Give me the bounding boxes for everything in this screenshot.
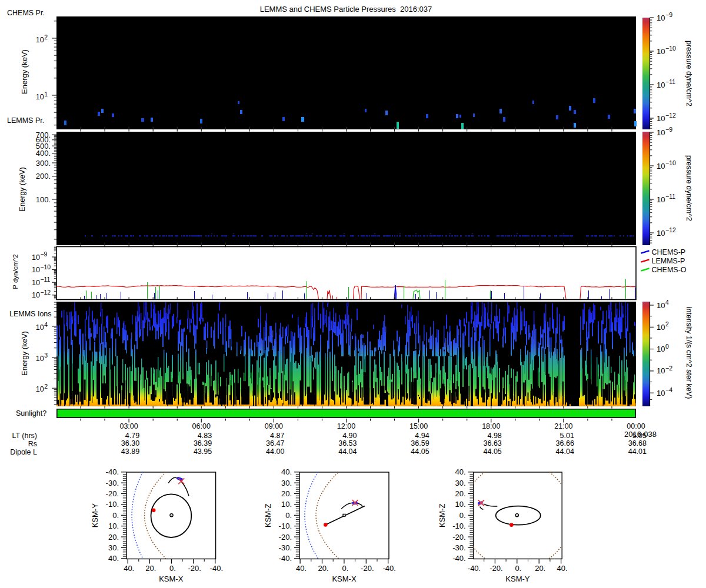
svg-text:12:00: 12:00 — [337, 422, 355, 430]
svg-text:44.04: 44.04 — [338, 447, 357, 456]
svg-text:-20.: -20. — [489, 564, 502, 573]
svg-text:20.: 20. — [318, 564, 328, 573]
svg-text:10: 10 — [36, 93, 44, 101]
svg-text:2: 2 — [44, 383, 48, 390]
svg-text:40.: 40. — [455, 467, 466, 476]
svg-text:10: 10 — [657, 323, 665, 332]
svg-text:10.: 10. — [281, 500, 292, 509]
svg-text:36.47: 36.47 — [266, 439, 284, 447]
svg-text:LEMMS and CHEMS Particle Press: LEMMS and CHEMS Particle Pressures 2016:… — [260, 5, 432, 14]
svg-text:LEMMS Pr.: LEMMS Pr. — [7, 116, 44, 125]
svg-text:1: 1 — [44, 91, 48, 98]
svg-text:10: 10 — [36, 36, 44, 44]
svg-text:44.04: 44.04 — [556, 447, 574, 456]
svg-text:Energy (keV): Energy (keV) — [20, 331, 29, 376]
svg-text:06:00: 06:00 — [192, 422, 211, 430]
svg-text:40.: 40. — [108, 554, 119, 563]
svg-text:−10: −10 — [665, 45, 676, 52]
svg-text:-40.: -40. — [279, 554, 292, 563]
svg-text:10: 10 — [657, 128, 665, 137]
svg-text:10: 10 — [657, 195, 665, 204]
svg-text:CHEMS Pr.: CHEMS Pr. — [7, 9, 45, 17]
svg-text:44.00: 44.00 — [266, 447, 284, 456]
svg-text:10: 10 — [36, 385, 44, 393]
svg-text:09:00: 09:00 — [265, 422, 283, 430]
svg-text:10: 10 — [32, 266, 40, 274]
svg-text:100.: 100. — [36, 195, 51, 204]
svg-text:43.95: 43.95 — [194, 447, 212, 456]
svg-text:5.01: 5.01 — [560, 432, 574, 440]
svg-text:−10: −10 — [40, 263, 51, 270]
svg-text:20.: 20. — [535, 564, 545, 573]
svg-text:-20.: -20. — [279, 533, 292, 542]
svg-text:KSM-Z: KSM-Z — [264, 503, 272, 527]
svg-text:10: 10 — [32, 279, 40, 287]
svg-text:44.01: 44.01 — [628, 447, 647, 456]
svg-text:03:00: 03:00 — [119, 422, 138, 430]
svg-text:20.: 20. — [108, 533, 119, 542]
svg-text:10: 10 — [657, 301, 665, 310]
svg-text:0.: 0. — [169, 564, 176, 573]
svg-text:-30.: -30. — [452, 543, 465, 552]
svg-text:-40.: -40. — [210, 564, 223, 573]
svg-text:intensity 1/(s cm^2 ster keV): intensity 1/(s cm^2 ster keV) — [685, 307, 693, 399]
svg-text:0.: 0. — [459, 511, 466, 520]
svg-text:-40.: -40. — [468, 564, 481, 573]
svg-text:36.63: 36.63 — [484, 439, 502, 447]
svg-text:KSM-Y: KSM-Y — [505, 574, 530, 583]
svg-text:10: 10 — [657, 389, 665, 397]
svg-text:400.: 400. — [36, 149, 51, 158]
svg-text:0.: 0. — [515, 564, 521, 573]
svg-text:15:00: 15:00 — [409, 422, 428, 430]
svg-text:LEMMS Ions: LEMMS Ions — [9, 310, 52, 318]
svg-text:200.: 200. — [36, 172, 51, 181]
svg-text:10: 10 — [32, 291, 40, 299]
svg-text:2: 2 — [44, 34, 48, 41]
svg-text:10: 10 — [657, 162, 665, 171]
svg-text:-30.: -30. — [279, 543, 292, 552]
svg-text:0.: 0. — [342, 564, 348, 573]
svg-text:3: 3 — [44, 352, 48, 359]
svg-text:21:00: 21:00 — [554, 422, 572, 430]
svg-text:10: 10 — [657, 81, 665, 89]
svg-text:4.83: 4.83 — [198, 432, 212, 440]
svg-text:-20.: -20. — [106, 489, 119, 498]
svg-text:4.90: 4.90 — [342, 432, 357, 440]
svg-text:4.87: 4.87 — [270, 432, 284, 440]
svg-text:4.79: 4.79 — [125, 432, 139, 440]
svg-text:2016-038: 2016-038 — [624, 430, 657, 439]
svg-text:−12: −12 — [665, 226, 676, 233]
svg-text:36.53: 36.53 — [338, 439, 357, 447]
svg-text:KSM-X: KSM-X — [332, 574, 357, 583]
svg-text:36.30: 36.30 — [121, 439, 139, 447]
svg-text:LT (hrs): LT (hrs) — [12, 432, 37, 440]
svg-text:-30.: -30. — [106, 479, 119, 487]
svg-text:−12: −12 — [40, 289, 51, 296]
svg-text:10: 10 — [32, 253, 40, 262]
svg-text:−2: −2 — [665, 365, 672, 372]
svg-text:40.: 40. — [296, 564, 307, 573]
svg-text:30.: 30. — [281, 479, 292, 487]
svg-text:4: 4 — [665, 299, 669, 306]
svg-text:Dipole L: Dipole L — [10, 448, 37, 456]
svg-text:36.59: 36.59 — [411, 439, 429, 447]
svg-text:4: 4 — [44, 321, 48, 328]
svg-text:44.05: 44.05 — [411, 447, 429, 456]
svg-text:4.94: 4.94 — [415, 432, 429, 440]
svg-text:10.: 10. — [455, 500, 466, 509]
svg-text:30.: 30. — [455, 479, 466, 487]
svg-text:20.: 20. — [281, 489, 292, 498]
svg-text:10.: 10. — [108, 522, 119, 530]
svg-text:KSM-Z: KSM-Z — [438, 503, 447, 527]
svg-text:36.68: 36.68 — [628, 439, 647, 447]
svg-text:-20.: -20. — [188, 564, 201, 573]
svg-text:40.: 40. — [124, 564, 134, 573]
svg-text:43.89: 43.89 — [121, 447, 139, 456]
svg-text:2: 2 — [665, 320, 669, 328]
svg-text:−4: −4 — [665, 386, 672, 393]
svg-text:-10.: -10. — [279, 522, 292, 530]
svg-text:0: 0 — [665, 343, 669, 350]
svg-text:-20.: -20. — [452, 533, 465, 542]
svg-text:Energy (keV): Energy (keV) — [18, 167, 26, 212]
svg-text:KSM-X: KSM-X — [159, 574, 184, 583]
